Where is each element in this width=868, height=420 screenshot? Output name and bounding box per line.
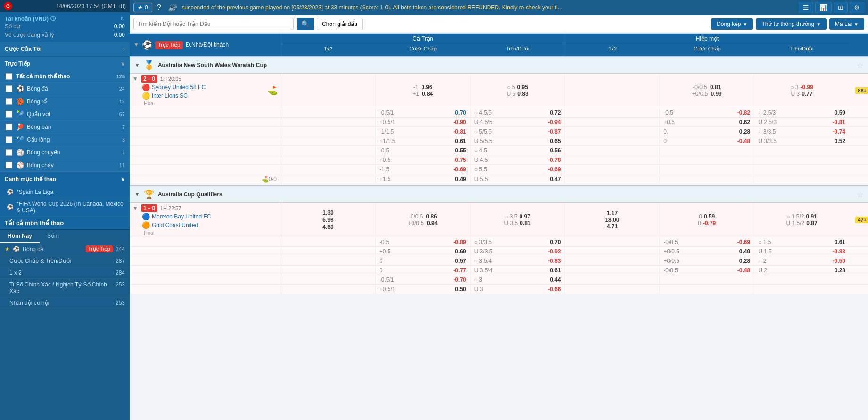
checkbox-bongchuyen[interactable] xyxy=(6,149,12,156)
exp-hcp-1: -0.5/10.70 xyxy=(376,109,471,117)
exp7-hcp: -1.5-0.69 xyxy=(376,165,471,174)
sport-item-bongchuyen[interactable]: 🏐 Bóng chuyền 1 xyxy=(0,146,130,159)
team2-moreton-name: Gold Coast United xyxy=(152,222,198,228)
chon-giai-button[interactable]: Chọn giải đấu xyxy=(317,18,363,30)
h1-ou-odds-bot-sydney[interactable]: 0.77 xyxy=(802,91,812,97)
h1-away-moreton[interactable]: 18.00 xyxy=(605,217,619,223)
sport-item-quanvot[interactable]: 🎾 Quần vợt 67 xyxy=(0,108,130,121)
h1-hcp-top-moreton: 0 xyxy=(699,213,702,220)
h1-hcp-odds-bot-moreton[interactable]: -0.79 xyxy=(703,220,716,227)
league-fifa-wc[interactable]: ⚽ *FIFA World Cup 2026 (In Canada, Mexic… xyxy=(0,198,130,217)
odds-away-moreton[interactable]: 6.98 xyxy=(322,217,333,223)
league-spain-la-liga[interactable]: ⚽ *Spain La Liga xyxy=(0,186,130,198)
checkbox-bongchay[interactable] xyxy=(6,162,12,168)
truc-tiep-header[interactable]: Trực Tiếp ∨ xyxy=(0,57,130,71)
odds-hcp-bot-moreton[interactable]: 0.94 xyxy=(427,220,438,227)
team1-moreton[interactable]: 🔵 Moreton Bay United FC xyxy=(142,213,211,220)
sub-item-1x2[interactable]: 1 x 2 284 xyxy=(0,267,130,279)
cuoc-cua-toi-header[interactable]: Cược Của Tôi › xyxy=(0,42,130,56)
exp6-h1-hcp xyxy=(660,156,754,164)
betslip-icon-btn[interactable]: ☰ xyxy=(799,2,813,13)
logo-icon: O xyxy=(4,2,12,10)
tab-hom-nay[interactable]: Hôm Nay xyxy=(0,230,40,243)
checkbox-bongda[interactable] xyxy=(6,85,12,92)
match-collapse-icon[interactable]: ▼ xyxy=(132,76,138,82)
odds-hcp-top-moreton[interactable]: 0.86 xyxy=(426,213,437,220)
sub-item-nhan-doi[interactable]: Nhân đội cơ hội 253 xyxy=(0,297,130,309)
sport-quanvot-label: Quần vợt xyxy=(27,111,119,118)
thu-tu-button[interactable]: Thứ tự thông thường ▼ xyxy=(756,18,827,30)
sub-item-ti-so[interactable]: Tỉ Số Chính Xác / Nghịch Tỷ Số Chính Xác… xyxy=(0,279,130,297)
expand-cup-icon[interactable]: ▼ xyxy=(134,191,140,198)
search-input[interactable] xyxy=(133,18,294,30)
match-row-moreton: ▼ 1 – 0 1H 22:57 🔵 Moreton Bay United FC xyxy=(130,203,868,237)
exp-grid-4: +1/1.50.61 U 5/5.50.65 0-0.48 U 3/3.50.5… xyxy=(281,137,849,145)
expand-nsw-icon[interactable]: ▼ xyxy=(134,62,140,68)
checkbox-all[interactable] xyxy=(6,73,12,80)
team2-moreton[interactable]: 🟠 Gold Coast United xyxy=(142,221,211,229)
stats-icon-btn[interactable]: 📊 xyxy=(815,2,832,13)
league-header-nsw: ▼ 🏅 Australia New South Wales Waratah Cu… xyxy=(130,56,868,74)
match-section-moreton: ▼ 1 – 0 1H 22:57 🔵 Moreton Bay United FC xyxy=(130,203,868,294)
exp5-h1-ou xyxy=(754,146,849,155)
h1-draw-moreton[interactable]: 4.71 xyxy=(607,223,618,230)
exp4-h1-hcp: 0-0.48 xyxy=(660,137,754,145)
exp-grid-5: -0.50.55 ○ 4.50.56 xyxy=(281,146,849,155)
mexp-grid-4: 0-0.77 U 3.5/40.61 -0/0.5-0.48 U 20.28 xyxy=(281,266,849,275)
mexp5-ou: ○ 30.44 xyxy=(471,276,565,284)
dong-kep-button[interactable]: Dòng kép ▼ xyxy=(711,18,753,30)
nsw-star-icon[interactable]: ☆ xyxy=(857,61,863,70)
moreton-collapse-icon[interactable]: ▼ xyxy=(132,205,138,211)
odds-home-moreton[interactable]: 1.30 xyxy=(322,210,333,216)
sport-item-caulong[interactable]: 🏸 Cầu lông 3 xyxy=(0,134,130,146)
checkbox-quanvot[interactable] xyxy=(6,111,12,118)
sub-item-cuoc-chap[interactable]: Cược Chấp & Trên/Dưới 287 xyxy=(0,255,130,267)
help-button[interactable]: ? xyxy=(155,2,163,13)
h1-ou-odds-top-sydney[interactable]: -0.99 xyxy=(801,84,813,91)
ou-odds-top-sydney[interactable]: 0.95 xyxy=(517,84,528,91)
mexp2-hcp: +0.50.69 xyxy=(376,247,471,256)
h1-ou-line-bot-sydney: U 3 xyxy=(791,91,800,97)
top-bar-right-icons: ☰ 📊 ⊞ ⚙ xyxy=(799,2,864,13)
ou-odds-bot-sydney[interactable]: 0.83 xyxy=(517,91,528,97)
h1-ou-odds-top-moreton[interactable]: 0.91 xyxy=(806,213,817,220)
h1-hcp-odds-top-moreton[interactable]: 0.59 xyxy=(704,213,715,220)
checkbox-caulong[interactable] xyxy=(6,136,12,143)
settings-icon-btn[interactable]: ⚙ xyxy=(850,2,864,13)
h1-home-moreton[interactable]: 1.17 xyxy=(607,210,618,217)
cup-star-icon[interactable]: ☆ xyxy=(857,190,863,199)
tab-som[interactable]: Sớm xyxy=(40,230,66,243)
checkbox-bongro[interactable] xyxy=(6,98,12,105)
account-refresh-icon[interactable]: ↻ xyxy=(120,16,125,22)
score-badge: ★ 0 xyxy=(133,3,152,12)
sport-item-bongro[interactable]: 🏀 Bóng rổ 12 xyxy=(0,95,130,108)
sport-item-bongban[interactable]: 🏓 Bóng bàn 7 xyxy=(0,121,130,134)
ma-lai-button[interactable]: Mã Lai ▼ xyxy=(829,18,864,30)
danh-muc-header[interactable]: Danh mục thể thao ∨ xyxy=(0,172,130,186)
so-du-value: 0.00 xyxy=(114,23,125,30)
ou-odds-top-moreton[interactable]: 0.97 xyxy=(520,213,530,220)
th-refresh[interactable]: ↻ xyxy=(849,34,868,56)
odds-hcp-bot-sydney[interactable]: 0.84 xyxy=(422,91,433,97)
team1-sydney[interactable]: 🔴 Sydney United 58 FC xyxy=(142,84,206,91)
sport-all-label: Tất cả môn thể thao xyxy=(16,73,116,80)
h1-hcp-odds-top-sydney[interactable]: 0.81 xyxy=(710,84,721,91)
sport-item-bongchay[interactable]: ⚾ Bóng chày 11 xyxy=(0,159,130,172)
layout-icon-btn[interactable]: ⊞ xyxy=(834,2,848,13)
sport-item-bongda[interactable]: ⚽ Bóng đá 24 xyxy=(0,83,130,95)
odds-draw-moreton[interactable]: 4.60 xyxy=(322,224,333,230)
search-button[interactable]: 🔍 xyxy=(297,18,314,30)
team2-sydney[interactable]: 🟡 Inter Lions SC xyxy=(142,92,206,100)
checkbox-bongban[interactable] xyxy=(6,124,12,130)
live-badge: Trực Tiếp xyxy=(86,245,113,252)
exp-row-1: -0.5/10.70 ○ 4.5/50.72 -0.5-0.82 ○ 2.5/3… xyxy=(130,108,868,118)
collapse-all-icon[interactable]: ▼ xyxy=(133,42,139,48)
dong-kep-label: Dòng kép xyxy=(717,21,741,27)
sport-item-all[interactable]: Tất cả môn thể thao 125 xyxy=(0,71,130,83)
h1-ou-odds-bot-moreton[interactable]: 0.87 xyxy=(806,220,817,227)
h1-hcp-odds-bot-sydney[interactable]: 0.99 xyxy=(711,91,721,97)
sidebar-bongda-item[interactable]: ★ ⚽ Bóng đá Trực Tiếp 344 xyxy=(0,243,130,255)
sound-button[interactable]: 🔊 xyxy=(166,2,179,13)
odds-hcp-top-sydney[interactable]: 0.96 xyxy=(421,84,432,91)
ou-odds-bot-moreton[interactable]: 0.81 xyxy=(520,220,530,227)
